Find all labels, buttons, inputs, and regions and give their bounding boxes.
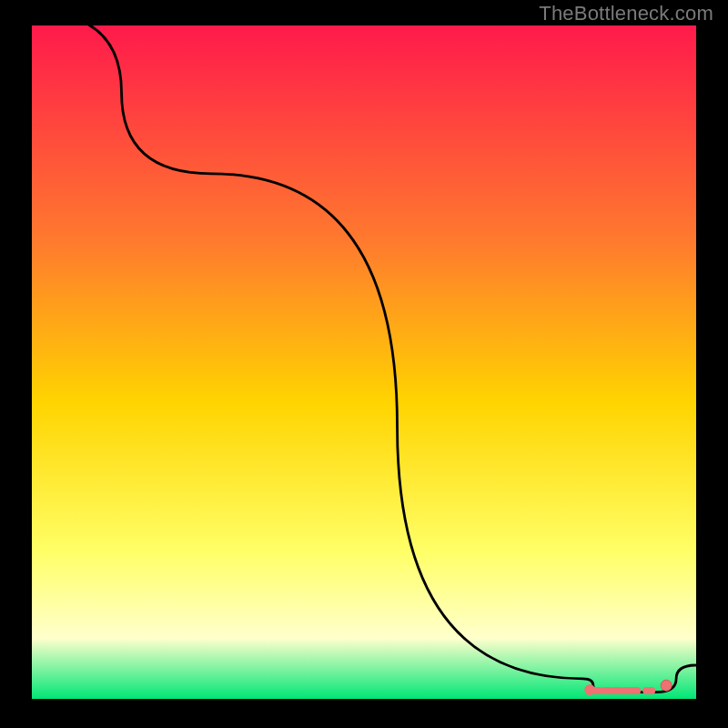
chart-svg bbox=[32, 25, 696, 699]
marker-dash-cap bbox=[584, 684, 595, 695]
plot-area bbox=[32, 25, 696, 699]
watermark-text: TheBottleneck.com bbox=[539, 2, 713, 25]
chart-frame: TheBottleneck.com bbox=[0, 0, 728, 728]
marker-dot bbox=[661, 680, 672, 691]
gradient-background bbox=[32, 25, 696, 699]
